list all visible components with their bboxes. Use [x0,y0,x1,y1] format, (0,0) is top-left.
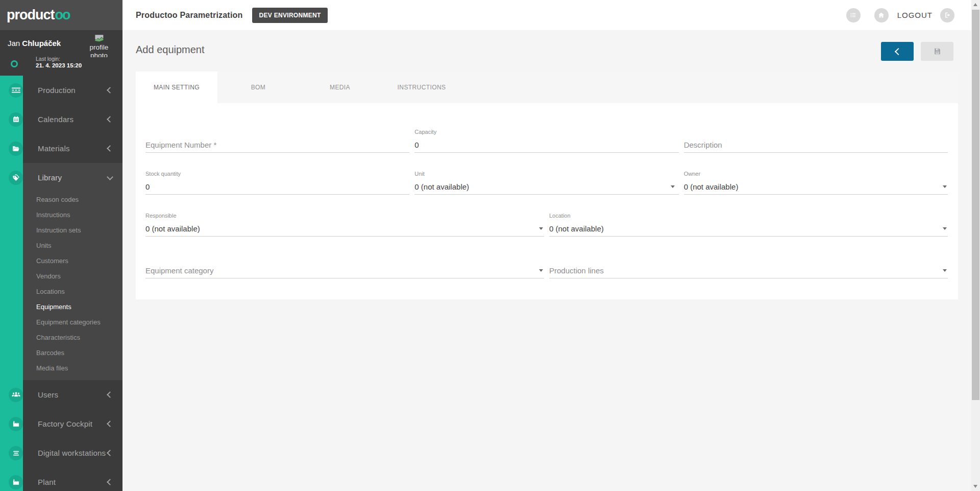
capacity-label: Capacity [414,129,678,137]
equipment-number-input[interactable] [145,141,409,149]
chevron-left-icon [107,479,113,485]
profile-photo-broken-image[interactable]: profile photo [84,34,114,57]
sidebar-item-label: Plant [38,478,56,486]
unit-select[interactable] [414,179,678,195]
menu-list-button[interactable] [846,8,861,22]
owner-label: Owner [684,171,948,179]
field-label-spacer [549,254,948,263]
calendar-icon [9,112,23,127]
tab-instructions[interactable]: INSTRUCTIONS [381,72,462,103]
productoo-logo[interactable]: productoo [0,0,122,30]
sidebar-item-plant[interactable]: Plant [0,467,122,491]
factory-icon [9,475,23,489]
dropdown-caret-icon [539,227,543,230]
sidebar-item-users[interactable]: Users [0,380,122,409]
chevron-left-icon [107,145,113,152]
dropdown-caret-icon [671,185,675,188]
field-owner: Owner [684,171,948,195]
logo-text-white: product [7,7,55,23]
app-title: Productoo Parametrization [136,11,242,20]
sidebar-nav: Production Calendars Materials [0,76,122,491]
home-button[interactable] [874,8,889,22]
sidebar-item-label: Materials [38,144,70,153]
scrollbar-thumb[interactable] [972,10,979,400]
field-responsible: Responsible [145,213,544,237]
status-ring-icon [11,60,18,67]
description-input[interactable] [684,141,948,149]
field-capacity: Capacity [414,129,678,153]
save-button[interactable] [921,42,953,61]
field-production-lines [549,254,948,278]
chevron-left-icon [895,48,902,55]
responsible-select[interactable] [145,221,544,237]
field-stock-quantity: Stock quantity [145,171,409,195]
page-header: Add equipment [136,30,958,72]
unit-value[interactable] [414,182,678,191]
chevron-left-icon [107,87,113,93]
folder-open-icon [9,142,23,156]
scroll-up-arrow-icon[interactable] [973,3,977,6]
chevron-left-icon [107,420,113,427]
stock-quantity-label: Stock quantity [145,171,409,179]
sidebar-item-factory-cockpit[interactable]: Factory Cockpit [0,409,122,438]
top-header: Productoo Parametrization DEV ENVIRONMEN… [122,0,971,30]
sidebar-item-label: Calendars [38,115,74,124]
location-select[interactable] [549,221,948,237]
field-label-spacer [145,254,544,263]
chevron-left-icon [107,116,113,123]
equipment-number-line [145,137,409,153]
sidebar-item-digital-workstations[interactable]: Digital workstations [0,438,122,467]
sidebar-item-calendars[interactable]: Calendars [0,105,122,134]
location-value[interactable] [549,224,948,233]
field-description [684,129,948,153]
sidebar-item-library[interactable]: Library [0,163,122,192]
save-floppy-icon [933,47,942,56]
last-login: Last login: 21. 4. 2023 15:20 [36,56,82,68]
production-lines-input[interactable] [549,266,948,275]
home-icon [877,11,885,19]
owner-value[interactable] [684,182,948,191]
production-lines-select[interactable] [549,263,948,278]
equipment-category-input[interactable] [145,266,544,275]
form-row-1: Capacity [145,129,948,153]
location-label: Location [549,213,948,221]
tab-main-setting[interactable]: MAIN SETTING [136,72,217,103]
stock-quantity-line [145,179,409,195]
scroll-down-arrow-icon[interactable] [973,485,977,488]
last-login-label: Last login: [36,56,82,62]
dropdown-caret-icon [539,269,543,272]
tab-bom[interactable]: BOM [217,72,299,103]
factory-icon [9,417,23,431]
header-actions: LOGOUT [846,0,954,30]
logout-label[interactable]: LOGOUT [897,11,933,19]
dropdown-caret-icon [943,185,947,188]
content-area: Add equipment MAIN SETTING BOM MEDIA INS… [122,30,971,491]
equipment-form-card: MAIN SETTING BOM MEDIA INSTRUCTIONS [136,72,958,299]
capacity-input[interactable] [414,141,678,149]
env-badge: DEV ENVIRONMENT [252,8,327,23]
capacity-line [414,137,678,153]
sidebar-item-label: Factory Cockpit [38,419,92,428]
stock-quantity-input[interactable] [145,182,409,191]
form-row-3: Responsible Location [145,213,948,237]
field-equipment-number [145,129,409,153]
main-area: Productoo Parametrization DEV ENVIRONMEN… [122,0,971,491]
sidebar-item-label: Production [38,86,76,95]
last-login-value: 21. 4. 2023 15:20 [36,62,82,68]
equipment-category-select[interactable] [145,263,544,278]
field-equipment-category [145,254,544,278]
sidebar-item-production[interactable]: Production [0,76,122,105]
owner-select[interactable] [684,179,948,195]
responsible-value[interactable] [145,224,544,233]
sidebar-item-materials[interactable]: Materials [0,134,122,163]
field-location: Location [549,213,948,237]
chevron-left-icon [107,450,113,456]
tab-media[interactable]: MEDIA [299,72,381,103]
user-name: Jan Chlupáček [8,39,61,48]
logout-button[interactable] [940,8,954,22]
back-button[interactable] [881,42,914,61]
tags-icon [9,171,23,185]
broken-image-icon [94,34,104,42]
logout-exit-icon [944,11,951,19]
form-row-4 [145,254,948,278]
